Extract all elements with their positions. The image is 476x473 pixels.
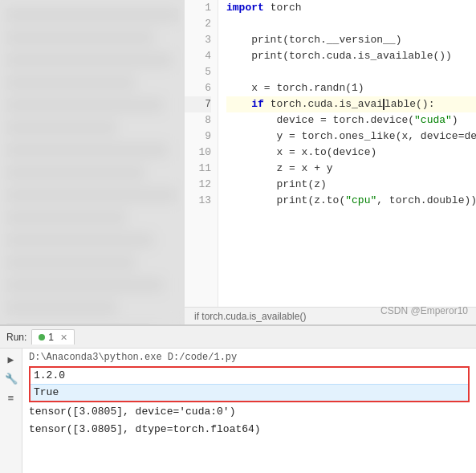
code-line-9: y = torch.ones_like(x, device=device.: [226, 128, 476, 145]
line-num-3: 3: [185, 32, 211, 48]
line-num-12: 12: [185, 177, 211, 193]
line-num-4: 4: [185, 48, 211, 64]
code-line-1: import torch: [226, 0, 476, 16]
run-label: Run:: [6, 332, 26, 343]
output-lines: 1.2.0 True tensor([3.0805], device='cuda…: [29, 365, 470, 438]
run-tab-label: 1: [48, 332, 54, 343]
output-version: 1.2.0: [31, 368, 468, 384]
code-line-13: print(z.to("cpu", torch.double)): [226, 193, 476, 209]
code-line-4: print(torch.cuda.is_available()): [226, 48, 476, 64]
output-tensor2: tensor([3.0805], dtype=torch.float64): [29, 422, 470, 438]
run-toolbar: ▶ 🔧 ≡: [0, 349, 22, 473]
code-content: 1 2 3 4 5 6 7 8 9 10 11 12 13 import tor…: [185, 0, 476, 307]
line-num-11: 11: [185, 161, 211, 177]
run-tab[interactable]: 1 ✕: [31, 329, 75, 345]
line-num-6: 6: [185, 80, 211, 96]
line-num-13: 13: [185, 193, 211, 209]
line-num-10: 10: [185, 145, 211, 161]
code-line-8: device = torch.device("cuda"): [226, 112, 476, 128]
code-line-2: [226, 16, 476, 32]
line-num-8: 8: [185, 112, 211, 128]
code-line-7: if torch.cuda.is_available():: [226, 96, 476, 112]
close-icon[interactable]: ✕: [60, 332, 67, 343]
line-numbers: 1 2 3 4 5 6 7 8 9 10 11 12 13: [185, 0, 218, 307]
run-header: Run: 1 ✕: [0, 326, 476, 349]
run-output: D:\Anaconda3\python.exe D:/code/1.py 1.2…: [22, 349, 476, 473]
run-status-dot: [39, 334, 45, 340]
line-num-5: 5: [185, 64, 211, 80]
code-line-5: [226, 64, 476, 80]
status-text: if torch.cuda.is_available(): [194, 311, 306, 322]
code-lines[interactable]: import torch print(torch.__version__) pr…: [218, 0, 476, 307]
output-path: D:\Anaconda3\python.exe D:/code/1.py: [29, 352, 470, 363]
watermark: CSDN @Emperor10: [380, 305, 468, 316]
output-cuda: True: [31, 384, 468, 401]
run-button[interactable]: ▶: [3, 352, 19, 368]
code-line-12: print(z): [226, 177, 476, 193]
keyword-import: import: [226, 0, 264, 16]
sidebar-panel: [0, 0, 185, 324]
line-num-9: 9: [185, 128, 211, 145]
line-num-7: 7: [185, 96, 211, 112]
code-editor[interactable]: 1 2 3 4 5 6 7 8 9 10 11 12 13 import tor…: [185, 0, 476, 324]
output-tensor1: tensor([3.0805], device='cuda:0'): [29, 404, 470, 420]
code-line-6: x = torch.randn(1): [226, 80, 476, 96]
run-body: ▶ 🔧 ≡ D:\Anaconda3\python.exe D:/code/1.…: [0, 349, 476, 473]
output-box: 1.2.0 True: [29, 366, 470, 402]
wrench-button[interactable]: 🔧: [3, 371, 19, 387]
code-line-11: z = x + y: [226, 161, 476, 177]
editor-area: 1 2 3 4 5 6 7 8 9 10 11 12 13 import tor…: [0, 0, 476, 324]
line-num-2: 2: [185, 16, 211, 32]
run-panel: Run: 1 ✕ ▶ 🔧 ≡ D:\Anaconda3\python.exe D…: [0, 324, 476, 473]
code-line-3: print(torch.__version__): [226, 32, 476, 48]
code-line-10: x = x.to(device): [226, 145, 476, 161]
line-num-1: 1: [185, 0, 211, 16]
align-button[interactable]: ≡: [3, 390, 19, 406]
